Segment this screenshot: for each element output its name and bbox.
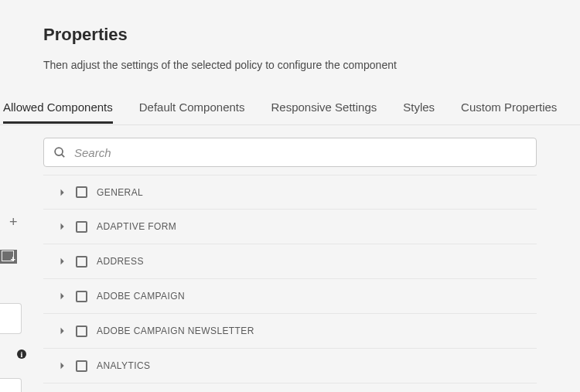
tab-responsive-settings[interactable]: Responsive Settings — [271, 91, 377, 123]
group-label: ADOBE CAMPAIGN — [97, 291, 185, 302]
chevron-right-icon — [59, 189, 67, 196]
search-icon — [53, 146, 67, 159]
tabs-row: Allowed Components Default Components Re… — [0, 90, 580, 125]
checkbox[interactable] — [76, 221, 87, 233]
tab-allowed-components[interactable]: Allowed Components — [3, 91, 113, 123]
chevron-right-icon — [59, 292, 67, 300]
chevron-right-icon — [59, 257, 67, 265]
chevron-right-icon — [59, 362, 67, 370]
search-field-wrap[interactable] — [43, 138, 537, 167]
checkbox[interactable] — [76, 291, 87, 302]
group-row-address[interactable]: ADDRESS — [43, 244, 537, 279]
checkbox[interactable] — [76, 256, 87, 268]
checkbox[interactable] — [76, 360, 87, 372]
search-input[interactable] — [74, 146, 527, 159]
group-label: ADAPTIVE FORM — [97, 221, 176, 232]
tab-default-components[interactable]: Default Components — [139, 91, 245, 123]
chevron-right-icon — [59, 327, 67, 335]
group-label: ANALYTICS — [97, 360, 150, 371]
checkbox[interactable] — [76, 186, 87, 198]
svg-point-0 — [55, 148, 63, 155]
group-label: ADOBE CAMPAIGN NEWSLETTER — [97, 326, 254, 336]
group-row-analytics[interactable]: ANALYTICS — [43, 349, 537, 383]
chevron-right-icon — [59, 223, 67, 230]
svg-line-1 — [62, 154, 65, 157]
group-row-adobe-campaign-newsletter[interactable]: ADOBE CAMPAIGN NEWSLETTER — [43, 314, 537, 349]
page-subtitle: Then adjust the settings of the selected… — [43, 59, 580, 71]
group-row-general[interactable]: GENERAL — [43, 175, 537, 210]
group-label: ADDRESS — [97, 256, 144, 267]
tab-custom-properties[interactable]: Custom Properties — [461, 91, 557, 123]
page-title: Properties — [43, 25, 580, 45]
checkbox[interactable] — [76, 326, 87, 337]
properties-header: Properties Then adjust the settings of t… — [0, 0, 580, 90]
group-row-adaptive-form[interactable]: ADAPTIVE FORM — [43, 210, 537, 244]
component-group-list: GENERAL ADAPTIVE FORM ADDRESS ADOBE CAMP… — [43, 175, 537, 383]
allowed-components-panel: GENERAL ADAPTIVE FORM ADDRESS ADOBE CAMP… — [0, 125, 580, 383]
tab-styles[interactable]: Styles — [403, 91, 435, 123]
group-row-adobe-campaign[interactable]: ADOBE CAMPAIGN — [43, 279, 537, 314]
group-label: GENERAL — [97, 187, 143, 198]
